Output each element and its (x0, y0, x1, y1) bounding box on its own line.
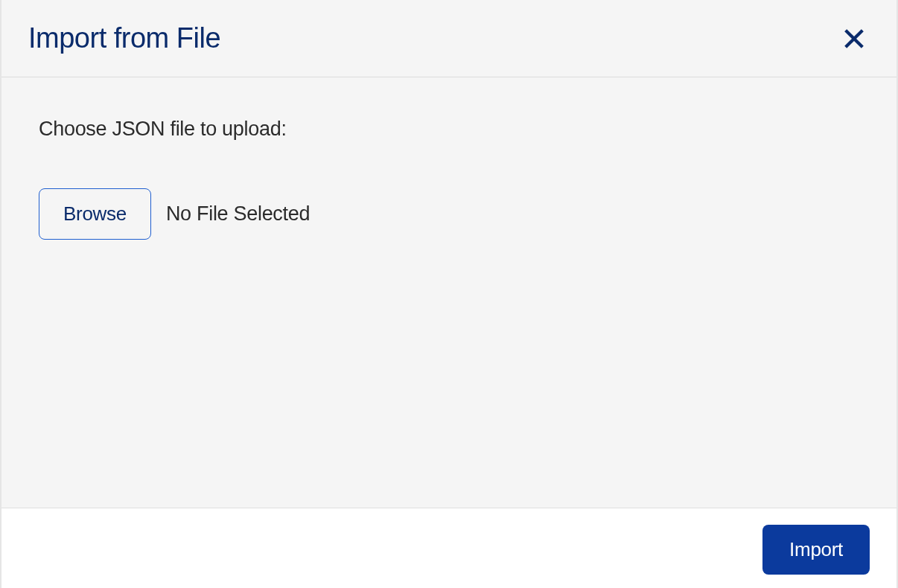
modal-header: Import from File (1, 0, 897, 77)
import-from-file-modal: Import from File Choose JSON file to upl… (0, 0, 898, 588)
close-icon (841, 26, 867, 51)
file-selection-status: No File Selected (166, 202, 310, 226)
close-button[interactable] (838, 23, 870, 54)
import-button[interactable]: Import (762, 525, 870, 575)
modal-body: Choose JSON file to upload: Browse No Fi… (1, 77, 897, 508)
file-picker-row: Browse No File Selected (39, 188, 859, 240)
upload-prompt: Choose JSON file to upload: (39, 118, 859, 141)
browse-button[interactable]: Browse (39, 188, 151, 240)
modal-footer: Import (1, 508, 897, 588)
modal-title: Import from File (28, 22, 220, 54)
